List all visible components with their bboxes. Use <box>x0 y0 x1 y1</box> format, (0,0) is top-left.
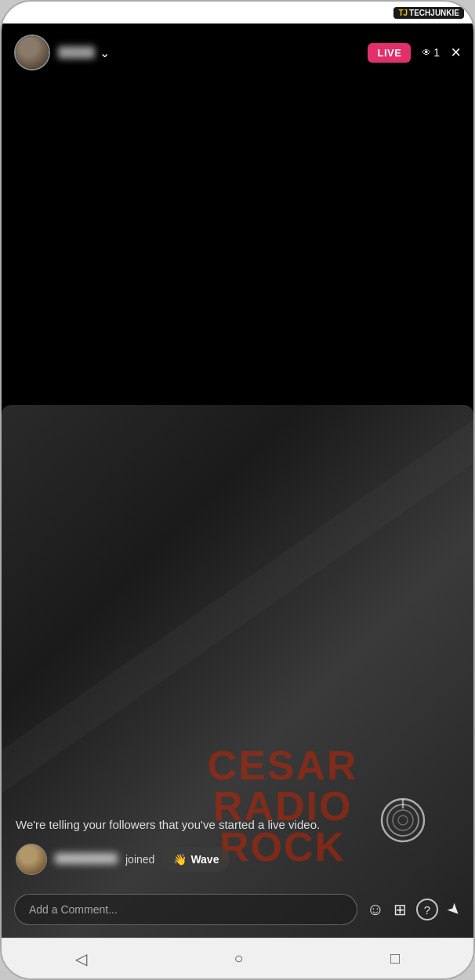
live-badge: LIVE <box>368 43 411 63</box>
phone-frame: TJ TECHJUNKIE ⌄ LIVE 👁 1 <box>0 0 475 980</box>
send-icon[interactable]: ➤ <box>443 899 466 921</box>
joined-text: joined <box>125 853 154 866</box>
eye-icon: 👁 <box>422 47 431 58</box>
username <box>58 46 95 59</box>
notification-message: We're telling your followers that you've… <box>16 818 320 831</box>
close-button[interactable]: × <box>451 42 461 63</box>
joined-username <box>55 853 118 866</box>
tj-prefix: TJ <box>398 9 408 17</box>
wave-label: Wave <box>190 853 219 866</box>
header-right: LIVE 👁 1 × <box>368 42 461 63</box>
action-bar: ☺ ⊞ ? ➤ <box>2 886 473 938</box>
smiley-icon[interactable]: ☺ <box>367 899 384 920</box>
home-button[interactable]: ○ <box>215 943 262 974</box>
top-bar: TJ TECHJUNKIE <box>2 2 473 24</box>
fingerprint-svg <box>379 797 426 844</box>
techjunkie-badge: TJ TECHJUNKIE <box>393 7 464 19</box>
tj-name: TECHJUNKIE <box>409 9 459 17</box>
svg-point-3 <box>398 815 408 825</box>
chevron-down-icon[interactable]: ⌄ <box>100 45 110 60</box>
bottom-video-panel: Cesar Radio ROCK We're telling your foll… <box>2 405 473 938</box>
joined-notification: joined 👋 Wave <box>2 844 473 886</box>
wave-emoji: 👋 <box>173 853 187 866</box>
username-blurred <box>58 46 95 59</box>
recents-button[interactable]: □ <box>372 943 419 974</box>
help-icon[interactable]: ? <box>416 899 438 920</box>
viewers-count: 👁 1 <box>422 46 440 59</box>
comment-input[interactable] <box>14 894 357 925</box>
fingerprint-icon <box>379 797 426 844</box>
watermark-line1: Cesar <box>208 745 358 786</box>
username-area: ⌄ <box>58 45 360 60</box>
wave-button[interactable]: 👋 Wave <box>162 847 230 872</box>
joined-user-avatar <box>16 844 47 875</box>
viewer-number: 1 <box>433 46 440 59</box>
avatar-image <box>16 36 49 69</box>
avatar <box>14 34 50 71</box>
svg-point-2 <box>393 810 413 830</box>
back-button[interactable]: ◁ <box>56 943 106 975</box>
header: ⌄ LIVE 👁 1 × <box>2 24 473 81</box>
nav-bar: ◁ ○ □ <box>2 938 473 978</box>
svg-point-1 <box>387 805 419 836</box>
joined-username-blurred <box>55 853 118 864</box>
add-icon[interactable]: ⊞ <box>393 900 407 919</box>
live-screen: ⌄ LIVE 👁 1 × ↺ ☺+ Cesar Radio ROCK <box>2 24 473 938</box>
